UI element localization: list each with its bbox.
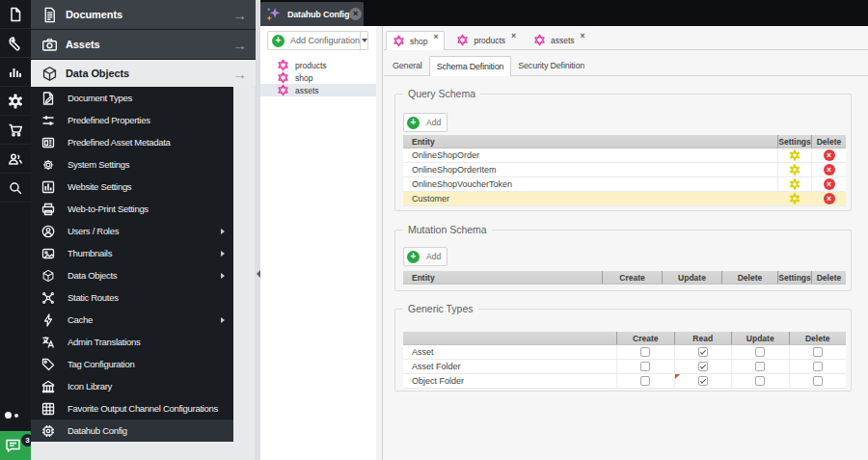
tab-label: Datahub Config: [287, 10, 349, 19]
add-configuration-menu-button[interactable]: [360, 31, 367, 51]
read-checkbox[interactable]: [698, 362, 708, 371]
gear-icon: [41, 158, 56, 172]
submenu-item-web-to-print-settings[interactable]: Web-to-Print Settings: [31, 198, 233, 220]
arrow-right-icon: →: [232, 8, 247, 22]
read-checkbox[interactable]: [698, 376, 708, 386]
delete-icon[interactable]: ×: [824, 149, 835, 161]
section-tab-schema-definition[interactable]: Schema Definition: [429, 56, 512, 76]
column-header-entity[interactable]: Entity: [403, 135, 777, 148]
submenu-item-users-roles[interactable]: Users / Roles: [31, 220, 233, 242]
delete-icon[interactable]: ×: [824, 164, 835, 176]
submenu-item-tag-configuration[interactable]: Tag Configuration: [31, 353, 233, 375]
submenu-item-label: Static Routes: [68, 292, 119, 303]
submenu-item-admin-translations[interactable]: Admin Translations: [31, 331, 233, 353]
column-header-delete-3[interactable]: Delete: [721, 271, 777, 284]
tree-item-products[interactable]: products: [260, 59, 376, 71]
update-checkbox[interactable]: [755, 376, 765, 386]
submenu-item-favorite-output-channel-configurations[interactable]: Favorite Output Channel Configurations: [31, 397, 233, 419]
delete-icon[interactable]: ×: [824, 193, 835, 204]
config-tab-shop[interactable]: shop×: [386, 31, 445, 50]
column-header-update-2[interactable]: Update: [662, 271, 721, 284]
delete-icon[interactable]: ×: [824, 178, 835, 190]
query-row-OnlineShopOrder[interactable]: OnlineShopOrder×: [403, 149, 846, 163]
column-header-create[interactable]: Create: [616, 332, 674, 344]
delete-cell: ×: [811, 163, 846, 176]
close-tab-icon[interactable]: ×: [433, 32, 438, 41]
submenu-item-cache[interactable]: Cache: [31, 309, 233, 331]
close-tab-icon[interactable]: ×: [349, 8, 362, 20]
doc-page-icon: [41, 7, 58, 23]
grid-icon-glyph: [43, 403, 54, 414]
submenu-item-static-routes[interactable]: Static Routes: [31, 286, 233, 309]
query-add-button[interactable]: + Add: [403, 113, 448, 132]
column-header-entity-0[interactable]: Entity: [403, 271, 602, 284]
tree-item-assets[interactable]: assets: [260, 84, 376, 96]
submenu-item-icon-library[interactable]: Icon Library: [31, 375, 233, 397]
gear-gold-icon[interactable]: [789, 164, 800, 176]
gear-gold-icon[interactable]: [789, 178, 800, 190]
close-tab-icon[interactable]: ×: [511, 31, 516, 41]
grid-header-row: CreateReadUpdateDelete: [403, 332, 846, 345]
column-header-delete-5[interactable]: Delete: [811, 271, 846, 284]
iconbar-item-bar-chart-icon[interactable]: [0, 58, 31, 87]
submenu-item-data-objects[interactable]: Data Objects: [31, 264, 233, 286]
column-header-delete[interactable]: Delete: [811, 135, 846, 148]
section-tab-general[interactable]: General: [386, 56, 429, 75]
column-header-create-1[interactable]: Create: [602, 271, 662, 284]
column-header-read[interactable]: Read: [674, 332, 732, 344]
update-checkbox[interactable]: [755, 347, 765, 357]
column-header-update[interactable]: Update: [731, 332, 789, 344]
update-checkbox[interactable]: [755, 362, 765, 371]
submenu-item-document-types[interactable]: Document Types: [31, 87, 233, 109]
menu-section-assets[interactable]: Assets→: [31, 30, 256, 60]
add-configuration-button[interactable]: + Add Configuration: [267, 31, 368, 50]
column-header-settings[interactable]: Settings: [777, 135, 811, 148]
query-schema-fieldset: Query Schema + Add EntitySettingsDeleteO…: [394, 94, 852, 211]
mutation-add-button[interactable]: + Add: [403, 247, 448, 266]
submenu-item-predefined-properties[interactable]: Predefined Properties: [31, 109, 233, 131]
hexagram-icon-glyph: [279, 72, 287, 83]
config-tab-assets[interactable]: assets×: [528, 31, 591, 49]
tree-content-splitter[interactable]: [376, 26, 383, 460]
create-checkbox[interactable]: [640, 347, 650, 357]
tree-item-shop[interactable]: shop: [260, 71, 376, 84]
iconbar-item-gear-solid-icon[interactable]: [0, 87, 31, 116]
gear-gold-icon[interactable]: [789, 193, 800, 204]
config-tab-products[interactable]: products×: [450, 31, 522, 49]
query-row-OnlineShopVoucherToken[interactable]: OnlineShopVoucherToken×: [403, 177, 846, 192]
bolt-icon: [41, 313, 56, 327]
hexagram-icon-glyph: [535, 35, 544, 45]
create-checkbox[interactable]: [640, 376, 650, 386]
column-header-delete[interactable]: Delete: [789, 332, 847, 344]
close-tab-icon[interactable]: ×: [581, 31, 585, 41]
query-row-Customer[interactable]: Customer×: [403, 192, 846, 206]
submenu-item-thumbnails[interactable]: Thumbnails: [31, 242, 233, 264]
query-row-OnlineShopOrderItem[interactable]: OnlineShopOrderItem×: [403, 163, 846, 177]
submenu-item-website-settings[interactable]: Website Settings: [31, 176, 233, 198]
menu-section-documents[interactable]: Documents→: [31, 0, 256, 30]
submenu-item-predefined-asset-metadata[interactable]: Predefined Asset Metadata: [31, 131, 233, 153]
gear-solid-icon: [8, 94, 23, 109]
plus-circle-icon: +: [407, 251, 420, 263]
iconbar-item-users-icon[interactable]: [0, 145, 31, 174]
delete-cell: ×: [811, 177, 846, 191]
create-checkbox[interactable]: [640, 362, 650, 371]
iconbar-item-search-icon[interactable]: [0, 174, 31, 203]
iconbar-item-document-icon[interactable]: [0, 0, 31, 29]
submenu-item-datahub-config[interactable]: Datahub Config: [31, 419, 233, 442]
delete-checkbox[interactable]: [813, 376, 823, 386]
submenu-item-system-settings[interactable]: System Settings: [31, 153, 233, 176]
delete-checkbox[interactable]: [813, 362, 823, 371]
iconbar-item-wrench-icon[interactable]: [0, 29, 31, 58]
camera-icon: [41, 37, 58, 53]
iconbar-item-cart-icon[interactable]: [0, 116, 31, 145]
delete-cell: [789, 374, 847, 388]
tab-datahub-config[interactable]: Datahub Config ×: [260, 2, 364, 26]
section-tab-security-definition[interactable]: Security Definition: [511, 56, 591, 75]
read-checkbox[interactable]: [698, 347, 708, 357]
menu-section-data-objects[interactable]: Data Objects→: [31, 60, 256, 87]
routes-icon: [41, 291, 56, 305]
gear-gold-icon[interactable]: [789, 149, 800, 161]
delete-checkbox[interactable]: [813, 347, 823, 357]
column-header-settings-4[interactable]: Settings: [777, 271, 811, 284]
